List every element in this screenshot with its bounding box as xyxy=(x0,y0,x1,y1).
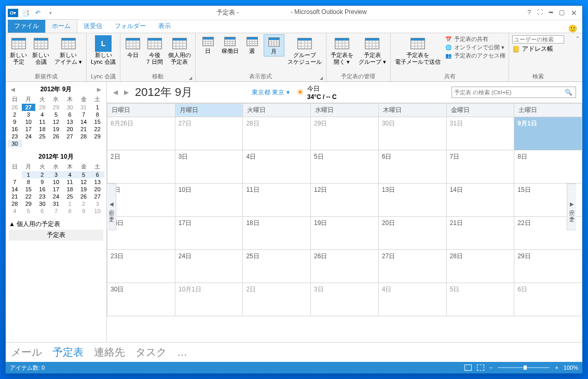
calendar-day-cell[interactable]: 4日 xyxy=(243,150,311,184)
calendar-day-cell[interactable]: 17日 xyxy=(175,217,243,250)
calendar-day-cell[interactable]: 20日 xyxy=(378,217,446,250)
mini-cal-day[interactable]: 25 xyxy=(35,133,49,140)
minimize-icon[interactable]: ━ xyxy=(549,9,553,17)
calendar-day-cell[interactable]: 21日 xyxy=(446,217,514,250)
mini-cal-day[interactable]: 16 xyxy=(35,186,49,193)
close-icon[interactable]: ✕ xyxy=(571,9,577,17)
mini-cal-day[interactable]: 30 xyxy=(63,104,77,111)
mini-cal-day[interactable]: 3 xyxy=(49,171,63,178)
mini-cal-day[interactable]: 31 xyxy=(77,104,91,111)
new-items-button[interactable]: 新しい アイテム ▾ xyxy=(52,34,84,66)
tab-sendreceive[interactable]: 送受信 xyxy=(77,20,108,33)
mini-cal-day[interactable]: 5 xyxy=(49,111,63,118)
mini-cal-day[interactable]: 14 xyxy=(8,186,22,193)
calendar-day-cell[interactable]: 13日 xyxy=(378,184,446,217)
mini-cal-day[interactable] xyxy=(63,140,77,147)
calendar-day-cell[interactable]: 28日 xyxy=(446,250,514,283)
mini-cal-prev-icon[interactable]: ◀ xyxy=(11,87,15,92)
mini-cal-day[interactable]: 4 xyxy=(8,207,22,215)
calendar-day-cell[interactable]: 2日 xyxy=(243,283,311,316)
qat-customize-icon[interactable]: ▾ xyxy=(45,8,56,18)
search-icon[interactable]: 🔍 xyxy=(562,89,576,96)
tab-file[interactable]: ファイル xyxy=(8,20,45,33)
mini-cal-day[interactable]: 30 xyxy=(8,140,22,147)
mini-cal-day[interactable]: 4 xyxy=(63,171,77,178)
mini-cal-day[interactable]: 30 xyxy=(35,200,49,207)
mini-cal-day[interactable]: 22 xyxy=(22,193,36,200)
mini-cal-day[interactable]: 10 xyxy=(49,178,63,186)
nav-tasks[interactable]: タスク xyxy=(135,345,167,359)
mini-cal-day[interactable] xyxy=(90,140,104,147)
tab-home[interactable]: ホーム xyxy=(45,19,77,33)
mini-cal-day[interactable]: 5 xyxy=(22,207,36,215)
mini-cal-day[interactable]: 2 xyxy=(77,200,91,207)
mini-cal-day[interactable]: 14 xyxy=(77,118,91,125)
calendar-day-cell[interactable]: 27日 xyxy=(378,250,446,283)
mini-cal-day[interactable]: 29 xyxy=(49,104,63,111)
feedback-smiley-icon[interactable]: 🙂 xyxy=(568,24,577,33)
personal-calendar-button[interactable]: 個人用の 予定表 xyxy=(166,34,193,66)
mini-cal-day[interactable]: 8 xyxy=(22,178,36,186)
calendar-day-cell[interactable]: 11日 xyxy=(243,184,311,217)
publish-online-button[interactable]: 🌐オンラインで公開 ▾ xyxy=(445,44,505,51)
mini-cal-day[interactable]: 2 xyxy=(8,111,22,118)
mini-cal-day[interactable]: 29 xyxy=(22,200,36,207)
calendar-permissions-button[interactable]: 👥予定表のアクセス権 xyxy=(445,52,505,60)
mini-cal-day[interactable]: 26 xyxy=(8,104,22,111)
mini-cal-day[interactable]: 24 xyxy=(22,133,36,140)
calendar-search[interactable]: 🔍 xyxy=(452,87,576,98)
mini-cal-day[interactable]: 17 xyxy=(49,186,63,193)
tab-folder[interactable]: フォルダー xyxy=(108,20,152,33)
mini-cal-day[interactable]: 1 xyxy=(90,104,104,111)
mini-cal-day[interactable]: 25 xyxy=(63,193,77,200)
mini-cal-day[interactable]: 29 xyxy=(90,133,104,140)
calendar-list-header[interactable]: ▲ 個人用の予定表 xyxy=(9,220,103,229)
mini-cal-day[interactable] xyxy=(35,140,49,147)
calendar-day-cell[interactable]: 3日 xyxy=(175,150,243,184)
calendar-day-cell[interactable]: 24日 xyxy=(175,250,243,283)
mini-cal-grid-oct[interactable]: 日月火水木金土 12345678910111213141516171819202… xyxy=(8,162,104,215)
mini-cal-day[interactable]: 18 xyxy=(63,186,77,193)
mini-cal-day[interactable]: 8 xyxy=(63,207,77,215)
mini-cal-day[interactable]: 6 xyxy=(90,171,104,178)
mini-cal-day[interactable]: 31 xyxy=(49,200,63,207)
nav-more[interactable]: … xyxy=(177,346,187,358)
mini-cal-day[interactable]: 9 xyxy=(35,178,49,186)
calendar-day-cell[interactable]: 14日 xyxy=(446,184,514,217)
prev-appointment-handle[interactable]: ◀前の予定 xyxy=(107,184,116,230)
mini-cal-day[interactable]: 2 xyxy=(35,171,49,178)
mini-cal-day[interactable]: 16 xyxy=(8,125,22,133)
nav-mail[interactable]: メール xyxy=(11,345,42,359)
mini-cal-day[interactable]: 19 xyxy=(77,186,91,193)
schedule-view-button[interactable]: グループ スケジュール xyxy=(285,34,324,66)
calendar-day-cell[interactable]: 29日 xyxy=(514,250,582,283)
mini-cal-day[interactable]: 21 xyxy=(8,193,22,200)
mini-cal-day[interactable]: 11 xyxy=(63,178,77,186)
tab-view[interactable]: 表示 xyxy=(152,20,177,33)
mini-cal-day[interactable]: 17 xyxy=(22,125,36,133)
mini-cal-day[interactable]: 27 xyxy=(90,193,104,200)
mini-cal-day[interactable]: 8 xyxy=(90,111,104,118)
mini-cal-day[interactable]: 6 xyxy=(63,111,77,118)
mini-cal-day[interactable]: 7 xyxy=(8,178,22,186)
open-calendar-button[interactable]: 予定表を 開く ▾ xyxy=(329,34,355,66)
zoom-in-icon[interactable]: + xyxy=(555,364,558,371)
calendar-day-cell[interactable]: 5日 xyxy=(311,150,379,184)
calendar-day-cell[interactable]: 23日 xyxy=(107,250,175,283)
zoom-out-icon[interactable]: − xyxy=(489,364,493,371)
calendar-groups-button[interactable]: 予定表 グループ ▾ xyxy=(357,34,388,66)
mini-cal-day[interactable]: 12 xyxy=(49,118,63,125)
calendar-day-cell[interactable]: 8日 xyxy=(514,150,582,184)
calendar-day-cell[interactable]: 28日 xyxy=(243,117,311,150)
calendar-day-cell[interactable]: 6日 xyxy=(514,283,582,316)
mini-cal-day[interactable]: 23 xyxy=(35,193,49,200)
qat-undo-icon[interactable]: ↶ xyxy=(33,8,43,18)
view-reading-icon[interactable] xyxy=(477,364,484,371)
mini-cal-day[interactable]: 5 xyxy=(77,171,91,178)
calendar-day-cell[interactable]: 30日 xyxy=(107,283,175,316)
mini-cal-day[interactable]: 6 xyxy=(35,207,49,215)
mini-cal-day[interactable]: 15 xyxy=(22,186,36,193)
mini-cal-day[interactable] xyxy=(49,140,63,147)
month-view-button[interactable]: 月 xyxy=(264,34,284,57)
calendar-day-cell[interactable]: 16日 xyxy=(107,217,175,250)
